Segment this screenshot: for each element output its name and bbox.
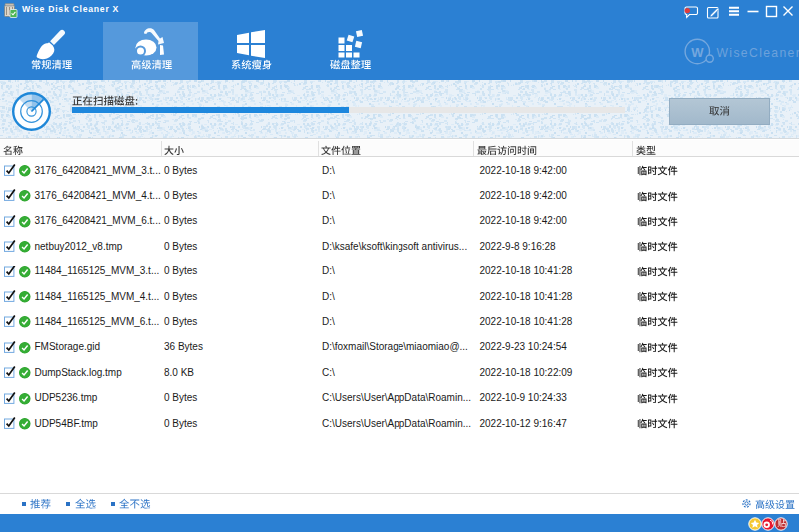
svg-text:W: W [691,45,704,60]
svg-text:WiseCleaner: WiseCleaner [717,46,799,60]
